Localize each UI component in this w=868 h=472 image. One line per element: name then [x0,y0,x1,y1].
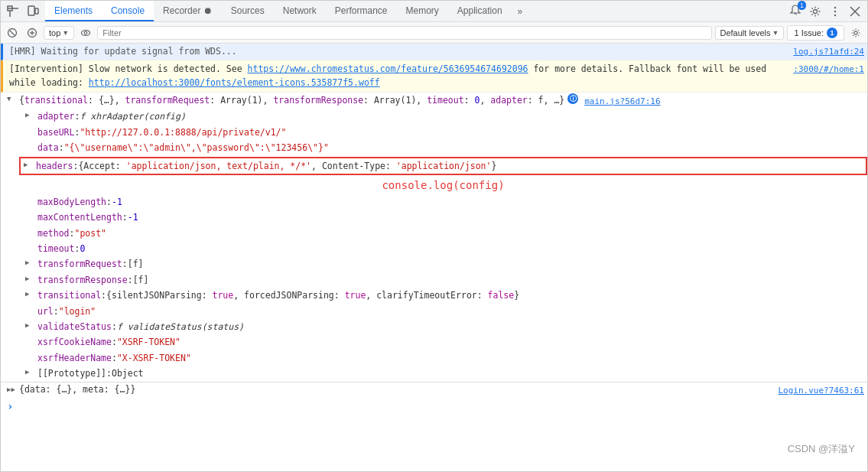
svg-point-8 [834,10,836,11]
prop-adapter: adapter: f xhrAdapter(config) [19,109,867,124]
headers-arrow[interactable] [24,159,34,170]
prop-headers: headers: {Accept: 'application/json, tex… [19,157,867,175]
svg-point-19 [854,31,857,34]
prop-prototype: [[Prototype]]: Object [19,366,867,381]
transformrequest-arrow[interactable] [25,257,36,268]
object-tree-root: {transitional: {…}, transformRequest: Ar… [1,93,867,382]
more-options-icon[interactable] [826,2,844,21]
console-message-intervention: [Intervention] Slow network is detected.… [1,60,867,93]
prop-method: method: "post" [19,226,867,241]
notifications-icon[interactable]: 1 [786,2,805,21]
close-devtools-icon[interactable] [846,2,864,21]
clear-console-button[interactable] [4,24,21,41]
console-log-hint: console.log(config) [19,176,867,194]
console-message-hmr: [HMR] Waiting for update signal from WDS… [1,44,867,60]
issues-counter[interactable]: 1 Issue: 1 [787,25,844,41]
svg-point-17 [82,30,90,35]
transitional-arrow[interactable] [25,288,36,299]
prop-xsrfheadername: xsrfHeaderName: "X-XSRF-TOKEN" [19,350,867,366]
tab-network[interactable]: Network [274,1,326,21]
svg-point-18 [84,31,87,34]
prop-transitional: transitional: {silentJSONParsing: true, … [19,288,867,303]
console-output: [HMR] Waiting for update signal from WDS… [1,44,867,471]
chromestatus-link[interactable]: https://www.chromestatus.com/feature/563… [248,63,528,74]
console-settings-button[interactable] [847,24,864,41]
issue-count-badge: 1 [827,28,837,38]
prototype-arrow[interactable] [25,366,36,377]
bottom-data-row: ▶ {data: {…}, meta: {…}} Login.vue?7463:… [1,382,867,397]
transformresponse-arrow[interactable] [25,273,36,284]
prop-validatestatus: validateStatus: f validateStatus(status) [19,319,867,334]
cursor-prompt: › [7,400,13,412]
console-cursor-line: › [1,397,867,415]
filter-input[interactable] [97,26,711,40]
left-toolbar-icons [1,1,45,21]
validatestatus-arrow[interactable] [25,320,36,330]
expand-arrow[interactable] [7,93,18,104]
console-toolbar: top ▼ Default levels ▼ 1 Issue: 1 [1,22,867,44]
font-link[interactable]: http://localhost:3000/fonts/element-icon… [89,77,380,88]
tab-console[interactable]: Console [102,1,154,21]
bottom-expand-arrow[interactable]: ▶ [7,386,18,393]
prop-xsrfcookiename: xsrfCookieName: "XSRF-TOKEN" [19,334,867,350]
object-info-icon: ⓘ [567,93,578,104]
prop-transformrequest: transformRequest: [f] [19,256,867,272]
intervention-source-link[interactable]: :3000/#/home:1 [793,63,864,74]
prop-maxbodylength: maxBodyLength: -1 [19,194,867,210]
bottom-source-link[interactable]: Login.vue?7463:61 [778,384,864,396]
device-toolbar-icon[interactable] [24,2,42,21]
prop-baseurl: baseURL: "http://127.0.0.1:8888/api/priv… [19,125,867,140]
svg-point-9 [834,14,836,15]
object-properties: adapter: f xhrAdapter(config) baseURL: "… [1,109,867,381]
object-root-line: {transitional: {…}, transformRequest: Ar… [1,93,867,109]
context-selector[interactable]: top ▼ [44,26,74,40]
eye-icon-button[interactable] [77,24,94,41]
prop-url: url: "login" [19,304,867,319]
svg-line-13 [10,30,15,35]
chevron-down-icon: ▼ [772,29,779,37]
prop-data: data: "{\"username\":\"admin\",\"passwor… [19,140,867,155]
svg-point-7 [834,6,836,8]
object-source-link[interactable]: main.js?56d7:16 [584,93,660,109]
inspect-element-icon[interactable] [4,2,22,21]
tab-memory[interactable]: Memory [397,1,448,21]
tab-elements[interactable]: Elements [45,1,102,21]
filter-toggle-button[interactable] [24,24,41,41]
tab-sources[interactable]: Sources [222,1,274,21]
adapter-arrow[interactable] [25,109,36,120]
settings-gear-icon[interactable] [806,2,824,21]
tab-application[interactable]: Application [448,1,512,21]
prop-transformresponse: transformResponse: [f] [19,272,867,288]
svg-rect-3 [28,6,34,15]
hmr-source-link[interactable]: log.js?1afd:24 [793,45,864,57]
tab-recorder[interactable]: Recorder ⏺ [154,1,222,21]
watermark: CSDN @洋溢Y [788,442,855,456]
tab-performance[interactable]: Performance [326,1,397,21]
prop-timeout: timeout: 0 [19,241,867,256]
tabs-bar: Elements Console Recorder ⏺ Sources Netw… [1,1,867,22]
svg-point-6 [814,9,818,13]
more-tabs-button[interactable]: » [512,1,529,21]
chevron-down-icon: ▼ [62,29,69,37]
prop-maxcontentlength: maxContentLength: -1 [19,210,867,225]
log-levels-dropdown[interactable]: Default levels ▼ [715,26,785,40]
svg-rect-4 [35,8,38,14]
